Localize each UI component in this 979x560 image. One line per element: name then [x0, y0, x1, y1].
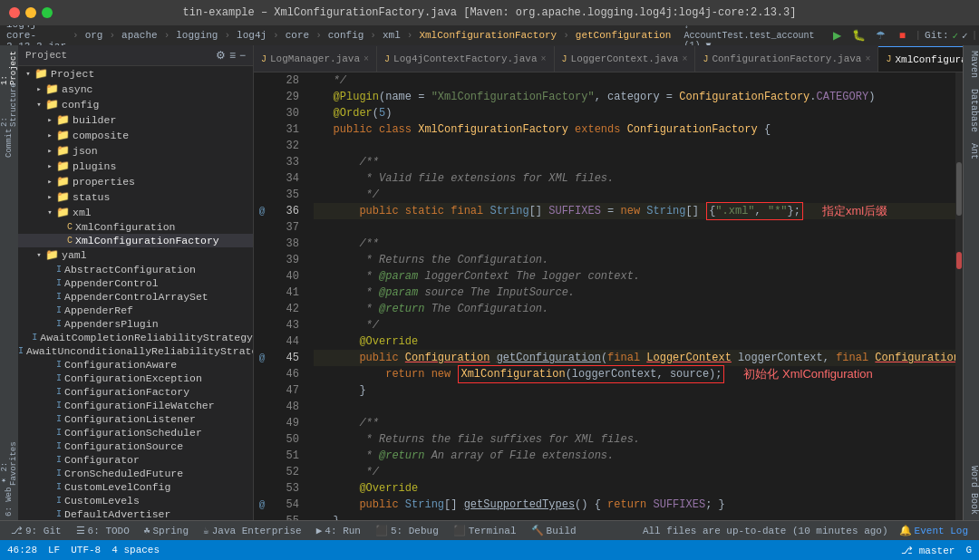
nav-org[interactable]: org [82, 30, 106, 41]
tree-item-awaitcompletion[interactable]: I AwaitCompletionReliabilityStrategy [18, 331, 253, 344]
tree-item-configscheduler[interactable]: I ConfigurationScheduler [18, 426, 253, 439]
close-button[interactable] [9, 7, 20, 18]
tree-item-defaultadvertiser[interactable]: I DefaultAdvertiser [18, 507, 253, 520]
tree-item-abstractconfig[interactable]: I AbstractConfiguration [18, 263, 253, 276]
code-text: @param [379, 268, 418, 285]
tree-item-plugins[interactable]: ▸ 📁 plugins [18, 159, 253, 174]
tree-gear-button[interactable]: ≡ [229, 49, 236, 62]
tree-item-project[interactable]: ▾ 📁 Project [18, 66, 253, 82]
tree-item-awaitunconditionally[interactable]: I AwaitUnconditionallyReliabilityStrateg… [18, 344, 253, 358]
code-content[interactable]: */ @Plugin(name = "XmlConfigurationFacto… [306, 72, 955, 520]
build-button[interactable]: 🔨 Build [528, 525, 580, 536]
tree-item-composite[interactable]: ▸ 📁 composite [18, 128, 253, 143]
tree-header-icons[interactable]: ⚙ ≡ − [216, 49, 246, 62]
gutter-line-43 [254, 317, 270, 333]
tree-item-configurator[interactable]: I Configurator [18, 453, 253, 467]
tree-item-cronscheduled[interactable]: I CronScheduledFuture [18, 467, 253, 480]
tree-item-appenderarrayset[interactable]: I AppenderControlArraySet [18, 290, 253, 304]
nav-xml[interactable]: xml [380, 30, 403, 41]
java-enterprise-button[interactable]: ☕ Java Enterprise [199, 525, 305, 536]
tree-item-customlevelconfig[interactable]: I CustomLevelConfig [18, 480, 253, 494]
debug-button[interactable]: 🐛 [849, 26, 868, 44]
todo-button[interactable]: ☰ 6: TODO [73, 525, 133, 536]
code-editor[interactable]: @ @ [254, 72, 963, 520]
tree-item-xmlconfig[interactable]: C XmlConfiguration [18, 220, 253, 234]
stop-button[interactable]: ■ [893, 26, 911, 44]
status-encoding[interactable]: UTF-8 [71, 545, 101, 555]
maven-panel-label[interactable]: Maven [964, 45, 979, 83]
tab-close-icon[interactable]: × [541, 54, 547, 64]
tree-item-configlistener[interactable]: I ConfigurationListener [18, 412, 253, 426]
run-tool-button[interactable]: ▶ 4: Run [313, 525, 364, 536]
tree-item-configsource[interactable]: I ConfigurationSource [18, 439, 253, 453]
tree-item-builder[interactable]: ▸ 📁 builder [18, 112, 253, 128]
nav-class[interactable]: XmlConfigurationFactory [416, 30, 559, 41]
ant-panel-label[interactable]: Ant [964, 138, 979, 165]
nav-logging[interactable]: logging [173, 30, 220, 41]
terminal-button[interactable]: ⬛ Terminal [450, 525, 520, 536]
debug-tool-button[interactable]: ⬛ 5: Debug [372, 525, 442, 536]
tree-item-configfactory[interactable]: I ConfigurationFactory [18, 385, 253, 399]
nav-core[interactable]: core [283, 30, 312, 41]
tab-close-icon[interactable]: × [682, 54, 687, 64]
tree-item-properties[interactable]: ▸ 📁 properties [18, 174, 253, 189]
tree-settings-button[interactable]: ⚙ [216, 49, 226, 62]
tree-item-configaware[interactable]: I ConfigurationAware [18, 358, 253, 372]
run-label: 4: Run [325, 526, 361, 536]
status-indent[interactable]: 4 spaces [111, 545, 160, 555]
tab-close-icon[interactable]: × [363, 54, 369, 64]
tree-item-appenderref[interactable]: I AppenderRef [18, 304, 253, 317]
status-branch[interactable]: ⎇ master [901, 545, 955, 556]
tree-label-plugins: plugins [73, 160, 116, 172]
tree-item-configexception[interactable]: I ConfigurationException [18, 372, 253, 385]
tab-loggercontext[interactable]: J LoggerContext.java × [555, 46, 696, 72]
tree-item-async[interactable]: ▸ 📁 async [18, 82, 253, 97]
run-button[interactable]: ▶ [828, 26, 846, 44]
tree-item-status[interactable]: ▸ 📁 status [18, 189, 253, 205]
tree-item-configfilewatcher[interactable]: I ConfigurationFileWatcher [18, 399, 253, 412]
tree-item-xml-folder[interactable]: ▾ 📁 xml [18, 205, 253, 220]
tree-item-yaml[interactable]: ▾ 📁 yaml [18, 247, 253, 263]
tree-item-appendercontrol[interactable]: I AppenderControl [18, 276, 253, 290]
nav-apache[interactable]: apache [119, 30, 160, 41]
sidebar-item-commit[interactable]: Commit [1, 125, 17, 161]
tree-item-config[interactable]: ▾ 📁 config [18, 97, 253, 112]
side-panel-icons: 1: Project 2: Structure Commit ★ 2: Favo… [0, 45, 18, 520]
tree-item-customlevels[interactable]: I CustomLevels [18, 494, 253, 507]
tab-log4jcontext[interactable]: J Log4jContextFactory.java × [377, 46, 554, 72]
coverage-button[interactable]: ☂ [871, 26, 889, 44]
git-tool-button[interactable]: ⎇ 9: Git [7, 525, 65, 536]
database-panel-label[interactable]: Database [964, 83, 979, 138]
sidebar-item-web[interactable]: 6: Web [1, 484, 17, 520]
status-lf[interactable]: LF [48, 545, 60, 555]
tab-close-icon[interactable]: × [865, 54, 870, 64]
sidebar-item-structure[interactable]: 2: Structure [1, 87, 17, 123]
maximize-button[interactable] [42, 7, 53, 18]
code-line-46: return new XmlConfiguration(loggerContex… [314, 366, 955, 382]
sidebar-item-favorites[interactable]: ★ 2: Favorites [1, 446, 17, 482]
tree-item-xmlconfigfactory[interactable]: C XmlConfigurationFactory [18, 234, 253, 247]
code-line-32 [314, 138, 955, 154]
sidebar-item-project[interactable]: 1: Project [1, 49, 17, 85]
wordbook-panel-label[interactable]: Word Book [964, 460, 979, 520]
editor-scrollbar[interactable] [955, 72, 963, 520]
tree-collapse-button[interactable]: − [239, 49, 246, 62]
nav-method[interactable]: getConfiguration [573, 30, 674, 41]
window-controls[interactable] [9, 7, 53, 18]
minimize-button[interactable] [25, 7, 36, 18]
tab-xmlconfigfactory[interactable]: J XmlConfigurationFactory.java × [878, 46, 963, 72]
event-log-button[interactable]: 🔔 Event Log [896, 525, 972, 536]
tree-item-json[interactable]: ▸ 📁 json [18, 143, 253, 159]
folder-arrow: ▸ [44, 130, 56, 140]
tree-item-appendersplugin[interactable]: I AppendersPlugin [18, 317, 253, 331]
nav-log4j[interactable]: log4j [234, 30, 269, 41]
spring-button[interactable]: ☘ Spring [141, 525, 192, 536]
status-google[interactable]: G [965, 545, 972, 555]
tab-logmanager[interactable]: J LogManager.java × [254, 46, 377, 72]
code-text: getConfiguration( [490, 350, 607, 366]
status-position[interactable]: 46:28 [7, 545, 37, 555]
nav-config[interactable]: config [325, 30, 367, 41]
scrollbar-thumb[interactable] [956, 162, 962, 216]
tab-configfactory[interactable]: J ConfigurationFactory.java × [695, 46, 878, 72]
code-text: The Configuration. [424, 301, 548, 317]
